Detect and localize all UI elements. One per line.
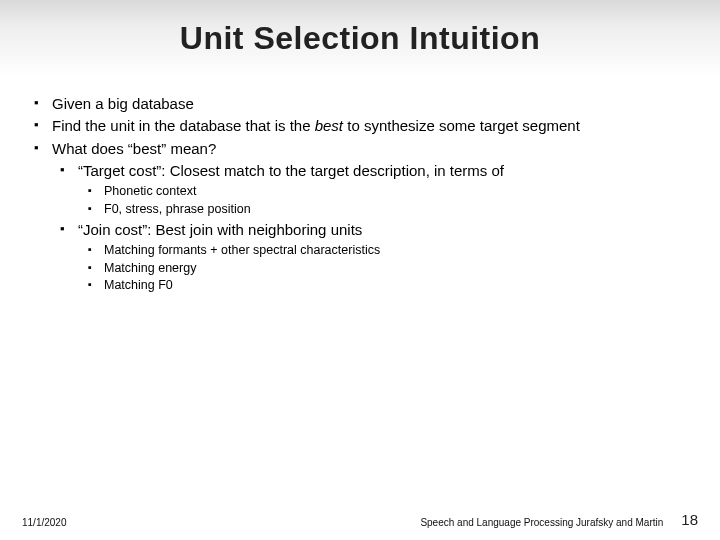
slide-footer: 11/1/2020 Speech and Language Processing… xyxy=(0,511,720,528)
sub-bullet-list: “Target cost”: Closest match to the targ… xyxy=(60,161,686,295)
bullet-item: Find the unit in the database that is th… xyxy=(34,116,686,136)
text-run: What does “best” mean? xyxy=(52,140,216,157)
text-run: Find the unit in the database that is th… xyxy=(52,117,315,134)
subsub-bullet-item: Matching energy xyxy=(88,260,686,278)
bullet-item: Given a big database xyxy=(34,94,686,114)
subsub-bullet-item: Matching formants + other spectral chara… xyxy=(88,242,686,260)
sub-bullet-item: “Join cost”: Best join with neighboring … xyxy=(60,220,686,295)
slide-title: Unit Selection Intuition xyxy=(180,20,540,57)
text-run-italic: best xyxy=(315,117,343,134)
text-run: “Join cost”: Best join with neighboring … xyxy=(78,221,362,238)
subsub-bullet-list: Phonetic context F0, stress, phrase posi… xyxy=(88,183,686,218)
text-run: to synthesize some target segment xyxy=(343,117,580,134)
text-run: “Target cost”: Closest match to the targ… xyxy=(78,162,504,179)
footer-date: 11/1/2020 xyxy=(22,517,67,528)
sub-bullet-item: “Target cost”: Closest match to the targ… xyxy=(60,161,686,218)
bullet-list: Given a big database Find the unit in th… xyxy=(34,94,686,295)
slide-body: Given a big database Find the unit in th… xyxy=(0,76,720,295)
footer-right: Speech and Language Processing Jurafsky … xyxy=(420,511,698,528)
subsub-bullet-item: Matching F0 xyxy=(88,277,686,295)
title-band: Unit Selection Intuition xyxy=(0,0,720,76)
page-number: 18 xyxy=(681,511,698,528)
subsub-bullet-list: Matching formants + other spectral chara… xyxy=(88,242,686,295)
footer-credit: Speech and Language Processing Jurafsky … xyxy=(420,517,663,528)
bullet-item: What does “best” mean? “Target cost”: Cl… xyxy=(34,139,686,295)
subsub-bullet-item: Phonetic context xyxy=(88,183,686,201)
subsub-bullet-item: F0, stress, phrase position xyxy=(88,201,686,219)
